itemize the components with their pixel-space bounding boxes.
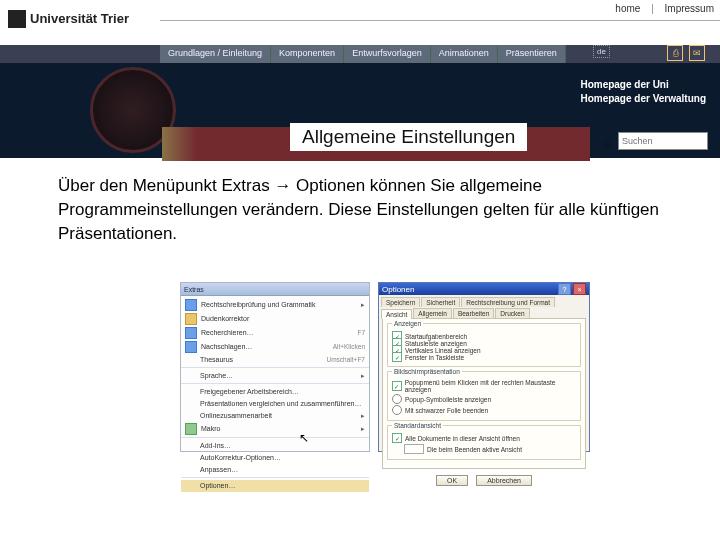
- logo-icon: [8, 10, 26, 28]
- homepage-verwaltung-link[interactable]: Homepage der Verwaltung: [580, 92, 706, 106]
- impressum-link[interactable]: Impressum: [659, 0, 720, 17]
- header-util-icons: ⎙ ✉: [667, 45, 705, 61]
- radio-icon[interactable]: [392, 405, 402, 415]
- radio-icon[interactable]: [392, 394, 402, 404]
- dialog-buttons: OK Abbrechen: [379, 472, 589, 489]
- group-bildschirmpraesentation: Bildschirmpräsentation ✓Popupmenü beim K…: [387, 371, 581, 421]
- main-nav: Grundlagen / Einleitung Komponenten Entw…: [0, 45, 720, 63]
- nav-spacer: [0, 45, 160, 63]
- tab-bearbeiten[interactable]: Bearbeiten: [453, 308, 494, 318]
- mail-icon[interactable]: ✉: [689, 45, 705, 61]
- extras-item[interactable]: Sprache…: [200, 371, 357, 381]
- logo-text: Universität Trier: [30, 11, 129, 26]
- language-badge[interactable]: de: [593, 45, 610, 58]
- extras-item[interactable]: Dudenkorrektor: [201, 314, 365, 324]
- options-tabs: Speichern Sicherheit Rechtschreibung und…: [379, 295, 589, 318]
- nav-praesentieren[interactable]: Präsentieren: [498, 45, 566, 63]
- tab-allgemein[interactable]: Allgemein: [413, 308, 452, 318]
- print-icon[interactable]: ⎙: [667, 45, 683, 61]
- tab-sicherheit[interactable]: Sicherheit: [421, 297, 460, 307]
- checkbox-label: Fenster in Taskleiste: [405, 354, 464, 361]
- nav-animationen[interactable]: Animationen: [431, 45, 498, 63]
- accelerator: F7: [357, 328, 365, 338]
- accelerator: Alt+Klicken: [333, 342, 365, 352]
- extras-item[interactable]: AutoKorrektur-Optionen…: [200, 453, 365, 463]
- extras-item[interactable]: Add-Ins…: [200, 441, 365, 451]
- options-title: Optionen: [382, 285, 414, 294]
- extras-item[interactable]: Rechtschreibprüfung und Grammatik: [201, 300, 357, 310]
- options-pane: Anzeigen ✓Startaufgabenbereich ✓Statusle…: [382, 318, 586, 469]
- extras-item-optionen[interactable]: Optionen…: [200, 481, 365, 491]
- extras-menu-list: Rechtschreibprüfung und Grammatik▸ Duden…: [181, 296, 369, 494]
- group-title: Bildschirmpräsentation: [392, 368, 462, 375]
- checkbox-icon[interactable]: ✓: [392, 381, 402, 391]
- options-dialog-screenshot: Optionen ? × Speichern Sicherheit Rechts…: [378, 282, 590, 452]
- radio-label: Mit schwarzer Folie beenden: [405, 407, 488, 414]
- checkbox-label: Alle Dokumente in dieser Ansicht öffnen: [405, 435, 520, 442]
- tab-speichern[interactable]: Speichern: [381, 297, 420, 307]
- ok-button[interactable]: OK: [436, 475, 468, 486]
- search-input[interactable]: [618, 132, 708, 150]
- checkbox-icon[interactable]: ✓: [392, 433, 402, 443]
- tab-drucken[interactable]: Drucken: [495, 308, 529, 318]
- submenu-arrow-icon: ▸: [361, 411, 365, 421]
- extras-item[interactable]: Präsentationen vergleichen und zusammenf…: [200, 399, 365, 409]
- help-icon[interactable]: ?: [558, 283, 571, 295]
- nav-entwurfsvorlagen[interactable]: Entwurfsvorlagen: [344, 45, 431, 63]
- tab-ansicht[interactable]: Ansicht: [381, 309, 412, 319]
- group-title: Anzeigen: [392, 320, 423, 327]
- page-title: Allgemeine Einstellungen: [290, 123, 527, 151]
- body-paragraph: Über den Menüpunkt Extras → Optionen kön…: [58, 174, 660, 246]
- group-standardansicht: Standardansicht ✓Alle Dokumente in diese…: [387, 425, 581, 460]
- checkbox-label: Popupmenü beim Klicken mit der rechten M…: [405, 379, 576, 393]
- dropdown[interactable]: [404, 444, 424, 454]
- extras-menu-label: Extras: [184, 286, 204, 293]
- extras-item[interactable]: Makro: [201, 424, 357, 434]
- header: Universität Trier Grundlagen / Einleitun…: [0, 20, 720, 155]
- nav-komponenten[interactable]: Komponenten: [271, 45, 344, 63]
- home-link[interactable]: home: [609, 0, 646, 17]
- duden-icon: [185, 313, 197, 325]
- checkbox-label: Statusleiste anzeigen: [405, 340, 467, 347]
- extras-item[interactable]: Onlinezusammenarbeit: [200, 411, 357, 421]
- extras-item[interactable]: Anpassen…: [200, 465, 365, 475]
- tab-rechtschreibung[interactable]: Rechtschreibung und Format: [461, 297, 555, 307]
- submenu-arrow-icon: ▸: [361, 371, 365, 381]
- extras-menu-title: Extras: [181, 283, 369, 296]
- options-titlebar: Optionen ? ×: [379, 283, 589, 295]
- extras-item[interactable]: Thesaurus: [200, 355, 323, 365]
- group-anzeigen: Anzeigen ✓Startaufgabenbereich ✓Statusle…: [387, 323, 581, 367]
- submenu-arrow-icon: ▸: [361, 424, 365, 434]
- logo-zone: Universität Trier: [0, 20, 160, 45]
- checkbox-label: Vertikales Lineal anzeigen: [405, 347, 481, 354]
- extras-item[interactable]: Recherchieren…: [201, 328, 353, 338]
- cursor-icon: ↖: [299, 431, 309, 445]
- spellcheck-icon: [185, 299, 197, 311]
- extras-menu-screenshot: Extras Rechtschreibprüfung und Grammatik…: [180, 282, 370, 452]
- extras-item[interactable]: Freigegebener Arbeitsbereich…: [200, 387, 365, 397]
- radio-label: Popup-Symbolleiste anzeigen: [405, 396, 491, 403]
- group-title: Standardansicht: [392, 422, 443, 429]
- checkbox-icon[interactable]: ✓: [392, 352, 402, 362]
- homepage-links: Homepage der Uni Homepage der Verwaltung: [580, 78, 706, 106]
- dropdown-value: Die beim Beenden aktive Ansicht: [427, 446, 522, 453]
- nav-grundlagen[interactable]: Grundlagen / Einleitung: [160, 45, 271, 63]
- research-icon: [185, 327, 197, 339]
- macro-icon: [185, 423, 197, 435]
- extras-item[interactable]: Nachschlagen…: [201, 342, 329, 352]
- close-icon[interactable]: ×: [573, 283, 586, 295]
- checkbox-label: Startaufgabenbereich: [405, 333, 467, 340]
- accelerator: Umschalt+F7: [327, 355, 365, 365]
- homepage-uni-link[interactable]: Homepage der Uni: [580, 78, 706, 92]
- cancel-button[interactable]: Abbrechen: [476, 475, 532, 486]
- search-icon: ⌕: [604, 133, 612, 149]
- lookup-icon: [185, 341, 197, 353]
- separator: |: [649, 0, 656, 17]
- screenshots: Extras Rechtschreibprüfung und Grammatik…: [180, 282, 590, 450]
- search-zone: ⌕: [604, 132, 708, 150]
- submenu-arrow-icon: ▸: [361, 300, 365, 310]
